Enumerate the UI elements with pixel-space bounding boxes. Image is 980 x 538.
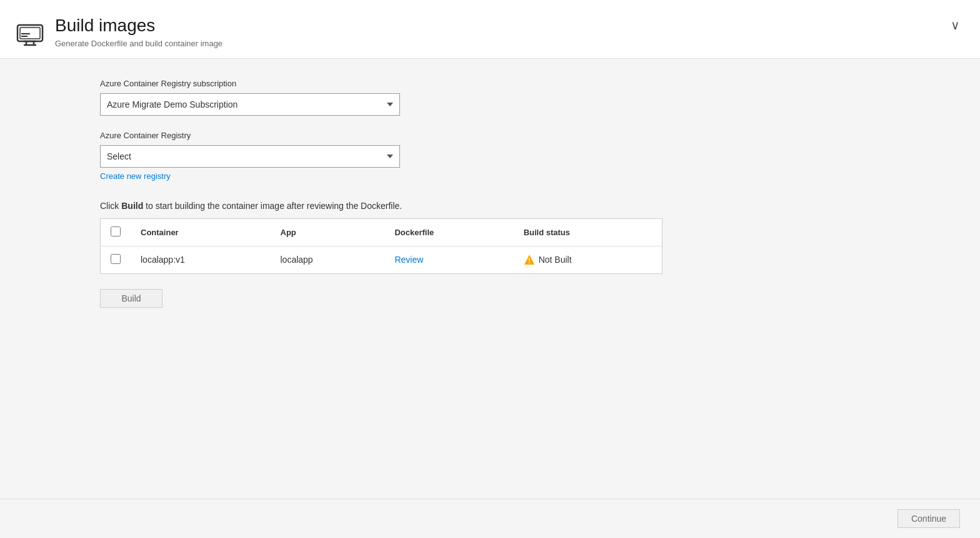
create-new-registry-link[interactable]: Create new registry [100,171,171,181]
col-header-app: App [271,218,385,246]
header: Build images Generate Dockerfile and bui… [0,0,980,59]
form-section: Azure Container Registry subscription Az… [100,79,662,308]
build-status-text: Not Built [539,255,572,265]
table-header-row: Container App Dockerfile Build status [101,218,662,246]
col-header-container: Container [131,218,271,246]
header-text: Build images Generate Dockerfile and bui… [55,15,222,48]
col-header-dockerfile: Dockerfile [384,218,513,246]
footer: Continue [0,499,980,538]
instruction-bold: Build [121,201,143,211]
table-row: localapp:v1 localapp Review ! [101,246,662,273]
row-checkbox[interactable] [111,254,121,264]
row-checkbox-col [101,246,131,273]
review-link[interactable]: Review [394,255,423,265]
col-header-build-status: Build status [514,218,662,246]
row-app: localapp [271,246,385,273]
subscription-dropdown[interactable]: Azure Migrate Demo Subscription [100,93,400,116]
instruction-suffix: to start building the container image af… [143,201,402,211]
registry-field-group: Azure Container Registry Select Create n… [100,131,662,181]
row-build-status: ! Not Built [514,246,662,273]
continue-button[interactable]: Continue [898,509,960,528]
subscription-label: Azure Container Registry subscription [100,79,662,88]
page-container: Build images Generate Dockerfile and bui… [0,0,980,538]
header-checkbox[interactable] [111,226,121,236]
header-checkbox-col [101,218,131,246]
instruction-prefix: Click [100,201,121,211]
registry-dropdown[interactable]: Select [100,145,400,168]
page-title: Build images [55,15,222,36]
build-images-icon [15,18,45,48]
main-content: Azure Container Registry subscription Az… [0,59,980,499]
warning-icon: ! [524,254,535,265]
build-table: Container App Dockerfile Build status lo… [100,218,662,274]
svg-text:!: ! [528,258,530,265]
build-status-cell: ! Not Built [524,254,652,265]
build-button[interactable]: Build [100,289,162,308]
collapse-button[interactable]: ∨ [951,18,960,33]
registry-label: Azure Container Registry [100,131,662,140]
build-instruction: Click Build to start building the contai… [100,201,662,211]
page-subtitle: Generate Dockerfile and build container … [55,39,222,48]
row-dockerfile: Review [384,246,513,273]
subscription-field-group: Azure Container Registry subscription Az… [100,79,662,116]
row-container: localapp:v1 [131,246,271,273]
